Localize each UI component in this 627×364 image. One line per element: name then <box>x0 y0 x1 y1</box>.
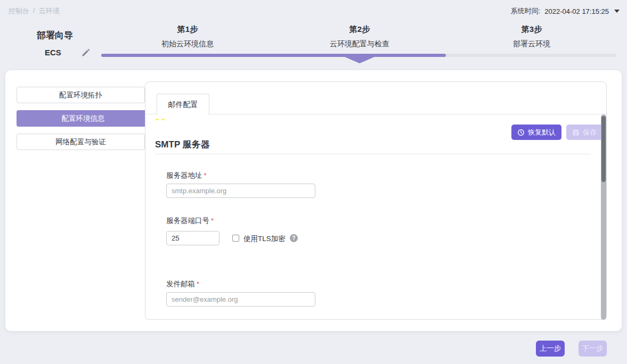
tls-checkbox-label[interactable]: 使用TLS加密 <box>243 234 286 244</box>
step-label: 云环境配置与检查 <box>280 39 439 49</box>
server-port-label: 服务器端口号* <box>166 216 214 226</box>
breadcrumb-console[interactable]: 控制台 <box>9 6 29 16</box>
current-step-arrow-icon <box>344 56 376 63</box>
system-time-value: 2022-04-02 17:15:25 <box>544 7 609 15</box>
step-label: 部署云环境 <box>452 39 612 49</box>
system-time: 系统时间: 2022-04-02 17:15:25 <box>511 6 620 16</box>
wizard-progress-fill <box>101 54 446 57</box>
system-time-label: 系统时间: <box>511 6 541 16</box>
step-label: 初始云环境信息 <box>108 39 267 49</box>
save-button[interactable]: 保存 <box>566 125 602 140</box>
wizard-env-name: ECS <box>45 48 61 57</box>
step-number: 第1步 <box>108 24 267 35</box>
tab-label: 邮件配置 <box>168 100 198 110</box>
save-label: 保存 <box>583 128 597 137</box>
tab-bar <box>145 82 606 114</box>
page: 控制台 / 云环境 系统时间: 2022-04-02 17:15:25 部署向导… <box>0 0 627 364</box>
pencil-icon[interactable] <box>81 48 91 57</box>
step-number: 第2步 <box>280 24 439 35</box>
wizard-title: 部署向导 <box>37 29 73 42</box>
breadcrumb: 控制台 / 云环境 <box>9 6 60 16</box>
tls-checkbox[interactable] <box>232 235 239 242</box>
history-clock-icon <box>517 129 525 136</box>
restore-default-label: 恢复默认 <box>528 128 556 137</box>
tls-help-icon[interactable]: ? <box>290 234 298 242</box>
caret-down-icon[interactable] <box>614 10 620 13</box>
previous-step-button[interactable]: 上一步 <box>536 341 565 357</box>
required-asterisk: * <box>197 280 199 288</box>
tab-mail-config[interactable]: 邮件配置 <box>157 94 209 115</box>
server-address-label: 服务器地址* <box>166 171 207 180</box>
focus-dashes <box>156 119 165 120</box>
sidebar-item-network[interactable]: 网络配置与验证 <box>17 134 145 150</box>
sender-email-label: 发件邮箱* <box>166 279 199 289</box>
breadcrumb-cloud-env[interactable]: 云环境 <box>39 6 60 16</box>
required-asterisk: * <box>211 217 214 225</box>
required-asterisk: * <box>204 171 207 179</box>
restore-default-button[interactable]: 恢复默认 <box>511 125 561 140</box>
mail-config-card: 邮件配置 恢复默认 保存 SMTP 服务器 服务器地址* <box>145 81 607 320</box>
breadcrumb-separator: / <box>33 6 35 16</box>
scrollbar-track[interactable] <box>601 114 606 320</box>
sidebar-item-env-info[interactable]: 配置环境信息 <box>17 110 150 127</box>
scrollbar-thumb[interactable] <box>601 116 606 182</box>
main-panel: 配置环境拓扑 配置环境信息 网络配置与验证 邮件配置 恢复默认 <box>5 70 622 331</box>
wizard-progress-bar <box>101 54 616 57</box>
sidebar-item-label: 配置环境信息 <box>62 114 105 123</box>
wizard-step-3: 第3步 部署云环境 <box>452 24 612 49</box>
server-port-input[interactable] <box>166 231 219 245</box>
sidebar-item-topology[interactable]: 配置环境拓扑 <box>17 87 145 103</box>
sidebar-item-label: 网络配置与验证 <box>55 137 106 147</box>
floppy-save-icon <box>572 129 580 136</box>
section-divider <box>155 154 591 154</box>
step-number: 第3步 <box>452 24 612 35</box>
wizard-step-1: 第1步 初始云环境信息 <box>108 24 267 49</box>
smtp-section-title: SMTP 服务器 <box>155 138 210 151</box>
sidebar-item-label: 配置环境拓扑 <box>59 90 102 100</box>
sender-email-input[interactable] <box>166 292 315 307</box>
wizard-step-2: 第2步 云环境配置与检查 <box>280 24 439 49</box>
next-step-button[interactable]: 下一步 <box>579 341 607 357</box>
server-address-input[interactable] <box>166 184 315 198</box>
